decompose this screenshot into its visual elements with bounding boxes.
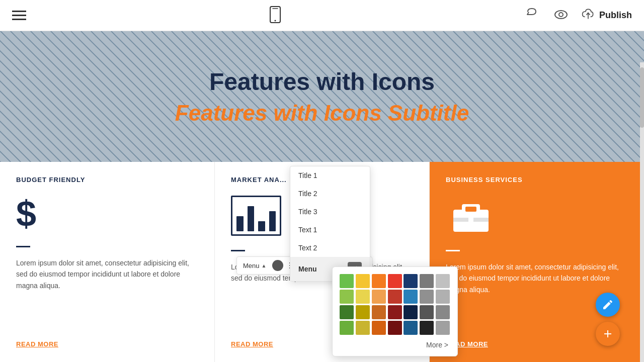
color-swatch[interactable] (436, 305, 450, 319)
color-swatch[interactable] (436, 274, 450, 288)
card-budget-link[interactable]: READ MORE (16, 340, 198, 348)
color-swatch[interactable] (372, 290, 386, 304)
dropdown-item-title1[interactable]: Title 1 (290, 166, 370, 185)
color-grid (340, 274, 450, 335)
color-swatch[interactable] (372, 305, 386, 319)
toolbar-center (266, 6, 284, 26)
undo-icon[interactable] (525, 7, 541, 25)
color-swatch[interactable] (388, 290, 402, 304)
color-swatch[interactable] (372, 274, 386, 288)
card-budget-title: BUDGET FRIENDLY (16, 176, 198, 184)
color-swatch[interactable] (340, 274, 354, 288)
cloud-upload-icon (581, 7, 595, 24)
card-divider-3 (446, 250, 460, 251)
menu-bar-label[interactable]: Menu ▲ (243, 262, 266, 269)
color-swatch[interactable] (356, 321, 370, 335)
svg-point-4 (559, 13, 563, 17)
svg-point-1 (275, 20, 276, 21)
publish-label: Publish (599, 10, 632, 21)
color-swatch[interactable] (420, 305, 434, 319)
card-business-title: BUSINESS SERVICES (446, 176, 628, 184)
toolbar-left (12, 11, 26, 20)
toolbar: Publish (0, 0, 644, 31)
publish-button[interactable]: Publish (581, 7, 632, 24)
card-divider-2 (231, 250, 245, 251)
color-swatch[interactable] (404, 305, 418, 319)
color-picker: More > (332, 266, 458, 356)
dropdown-item-text1[interactable]: Text 1 (290, 221, 370, 239)
hamburger-icon[interactable] (12, 11, 26, 20)
card-business-text: Lorem ipsum dolor sit amet, consectetur … (446, 261, 628, 295)
dropdown-item-title3[interactable]: Title 3 (290, 203, 370, 221)
eye-icon[interactable] (553, 7, 569, 25)
color-swatch[interactable] (404, 321, 418, 335)
color-swatch[interactable] (356, 305, 370, 319)
scrollbar[interactable] (640, 62, 644, 362)
caret-icon: ▲ (262, 263, 267, 268)
hero-title: Features with Icons (209, 68, 435, 96)
hero-background (0, 31, 644, 162)
svg-rect-8 (465, 207, 476, 212)
color-swatch[interactable] (388, 305, 402, 319)
card-divider (16, 246, 30, 247)
toolbar-right: Publish (525, 7, 632, 25)
dropdown-item-title2[interactable]: Title 2 (290, 185, 370, 203)
svg-point-3 (555, 11, 567, 19)
color-swatch[interactable] (436, 290, 450, 304)
color-swatch[interactable] (436, 321, 450, 335)
color-swatch[interactable] (388, 321, 402, 335)
hero-subtitle: Features with Icons Subtitle (175, 101, 469, 126)
color-swatch[interactable] (420, 274, 434, 288)
color-swatch[interactable] (404, 274, 418, 288)
fab-add-button[interactable] (596, 322, 620, 346)
main-content: Features with Icons Features with Icons … (0, 31, 644, 362)
color-swatch[interactable] (356, 290, 370, 304)
color-swatch[interactable] (340, 290, 354, 304)
color-dot[interactable] (272, 260, 283, 271)
dropdown-menu: Title 1 Title 2 Title 3 Text 1 Text 2 Me… (290, 166, 370, 282)
more-button[interactable]: More > (340, 341, 450, 349)
svg-rect-10 (468, 216, 473, 224)
briefcase-icon (446, 196, 496, 236)
hero-section: Features with Icons Features with Icons … (0, 31, 644, 162)
card-budget-text: Lorem ipsum dolor sit amet, consectetur … (16, 257, 198, 291)
fab-edit-button[interactable] (596, 293, 620, 317)
color-swatch[interactable] (404, 290, 418, 304)
color-swatch[interactable] (340, 305, 354, 319)
scroll-thumb[interactable] (640, 67, 644, 128)
color-swatch[interactable] (372, 321, 386, 335)
color-swatch[interactable] (420, 290, 434, 304)
phone-icon[interactable] (266, 6, 284, 26)
dollar-icon: $ (16, 196, 198, 232)
color-swatch[interactable] (388, 274, 402, 288)
color-swatch[interactable] (340, 321, 354, 335)
dropdown-item-text2[interactable]: Text 2 (290, 239, 370, 257)
color-swatch[interactable] (356, 274, 370, 288)
card-budget: BUDGET FRIENDLY $ Lorem ipsum dolor sit … (0, 162, 215, 362)
color-swatch[interactable] (420, 321, 434, 335)
